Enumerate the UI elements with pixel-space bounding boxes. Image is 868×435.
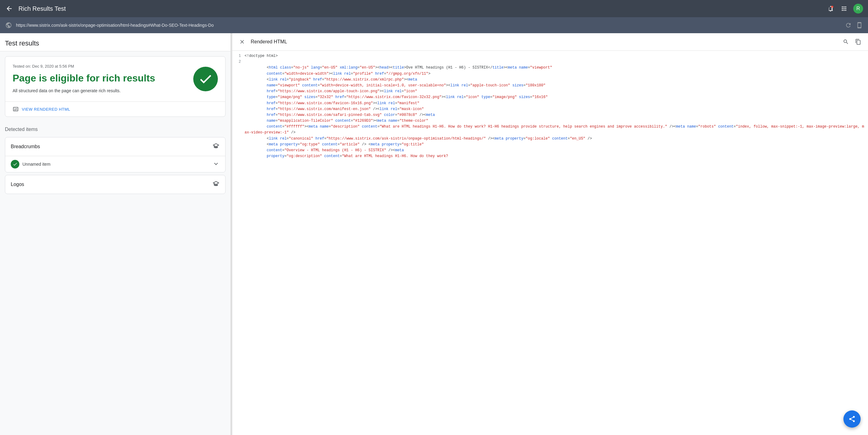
line-content: <!doctype html> bbox=[245, 53, 866, 59]
back-button[interactable] bbox=[5, 4, 13, 13]
url-right-icons bbox=[845, 22, 863, 29]
breadcrumbs-title: Breadcrumbs bbox=[11, 144, 40, 149]
breadcrumbs-header-left: Breadcrumbs bbox=[11, 144, 40, 149]
unnamed-item-label: Unnamed item bbox=[23, 162, 51, 167]
chevron-down-icon[interactable] bbox=[212, 160, 220, 169]
detected-items-title: Detected items bbox=[5, 127, 38, 132]
search-button[interactable] bbox=[841, 37, 851, 47]
tested-on-label: Tested on: Dec 9, 2020 at 5:56 PM bbox=[12, 64, 186, 68]
rendered-html-title: Rendered HTML bbox=[251, 39, 837, 45]
user-avatar[interactable]: R bbox=[853, 4, 863, 13]
notification-icon[interactable]: 1 bbox=[826, 4, 835, 13]
url-bar bbox=[0, 17, 868, 33]
eligible-desc: All structured data on the page can gene… bbox=[12, 88, 186, 94]
view-rendered-html-button[interactable]: VIEW RENDERED HTML bbox=[5, 102, 225, 117]
url-input[interactable] bbox=[16, 23, 841, 28]
reload-icon[interactable] bbox=[845, 22, 852, 29]
html-icon bbox=[12, 106, 19, 112]
main-content: Test results Tested on: Dec 9, 2020 at 5… bbox=[0, 33, 868, 435]
code-line-1: 1 <!doctype html> bbox=[232, 53, 868, 59]
logos-title: Logos bbox=[11, 182, 24, 187]
view-rendered-html-label: VIEW RENDERED HTML bbox=[22, 107, 70, 112]
logos-header: Logos bbox=[5, 175, 225, 194]
rendered-html-header: Rendered HTML bbox=[232, 33, 868, 51]
right-panel: Rendered HTML 1 <!doctype html> 2 <html … bbox=[232, 33, 868, 435]
detected-items-header: Detected items bbox=[0, 122, 230, 135]
breadcrumbs-section: Breadcrumbs Unnamed item bbox=[5, 137, 225, 172]
result-card-text: Tested on: Dec 9, 2020 at 5:56 PM Page i… bbox=[12, 64, 186, 94]
logos-section: Logos bbox=[5, 175, 225, 194]
breadcrumb-item-left: Unnamed item bbox=[11, 160, 51, 169]
breadcrumb-schema-icon bbox=[212, 142, 220, 151]
rendered-html-actions bbox=[841, 37, 863, 47]
check-circle-icon bbox=[193, 67, 218, 91]
mobile-icon[interactable] bbox=[856, 22, 863, 29]
close-button[interactable] bbox=[237, 37, 247, 47]
top-bar-icons: 1 R bbox=[826, 4, 863, 13]
test-results-title: Test results bbox=[5, 39, 39, 47]
result-card: Tested on: Dec 9, 2020 at 5:56 PM Page i… bbox=[5, 56, 225, 117]
code-line-2: 2 <html class="no-js" lang="en-US" xml:l… bbox=[232, 59, 868, 165]
globe-icon bbox=[5, 22, 12, 29]
share-fab[interactable] bbox=[843, 410, 861, 428]
green-check-badge bbox=[11, 160, 19, 169]
copy-button[interactable] bbox=[853, 37, 863, 47]
left-panel: Test results Tested on: Dec 9, 2020 at 5… bbox=[0, 33, 230, 435]
top-bar: Rich Results Test 1 R bbox=[0, 0, 868, 17]
breadcrumbs-header: Breadcrumbs bbox=[5, 138, 225, 156]
svg-text:1: 1 bbox=[832, 6, 833, 8]
breadcrumb-item-row: Unnamed item bbox=[5, 156, 225, 172]
page-title: Rich Results Test bbox=[19, 5, 821, 12]
result-card-inner: Tested on: Dec 9, 2020 at 5:56 PM Page i… bbox=[5, 57, 225, 102]
logos-schema-icon bbox=[212, 180, 220, 189]
eligible-title: Page is eligible for rich results bbox=[12, 72, 186, 84]
code-area: 1 <!doctype html> 2 <html class="no-js" … bbox=[232, 51, 868, 435]
line-number: 1 bbox=[235, 53, 245, 59]
apps-icon[interactable] bbox=[840, 4, 848, 13]
line-content: <html class="no-js" lang="en-US" xml:lan… bbox=[245, 59, 866, 165]
test-results-header: Test results bbox=[0, 33, 230, 51]
line-number: 2 bbox=[235, 59, 245, 165]
